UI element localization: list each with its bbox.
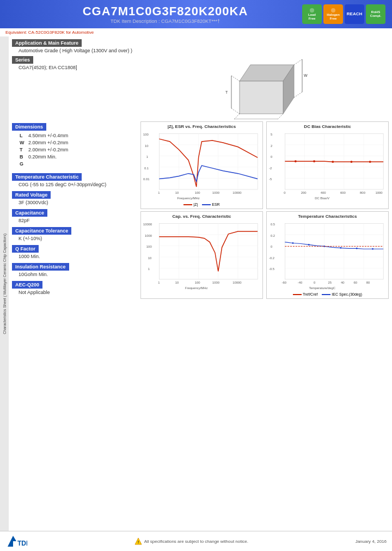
page-wrapper: Characteristics Sheet ( Multilayer Ceram…: [0, 36, 392, 531]
svg-point-49: [332, 161, 334, 163]
svg-text:Frequency/MHz: Frequency/MHz: [177, 197, 199, 200]
dim-label-w: W: [20, 140, 27, 146]
svg-text:!: !: [137, 540, 139, 544]
svg-point-99: [356, 248, 358, 249]
svg-text:Frequency/MHz: Frequency/MHz: [185, 286, 207, 290]
insulation-label: Insulation Resistance: [12, 263, 69, 271]
footer-date: January 4, 2016: [356, 539, 387, 544]
aec-label: AEC-Q200: [12, 281, 42, 289]
rated-voltage-section: Rated Voltage 3F (3000Vdc): [12, 189, 137, 205]
equivalent-line: Equivalent: CA-52C0G3F820K for Automotiv…: [0, 28, 392, 36]
svg-text:1000: 1000: [212, 281, 220, 284]
dim-row-g: G: [20, 161, 70, 167]
svg-text:-0.5: -0.5: [269, 267, 275, 271]
dim-label-b: B: [20, 154, 27, 160]
legend-iec-label: IEC Spec.(30deg): [332, 292, 362, 296]
svg-line-13: [231, 76, 240, 81]
impedance-legend: |Z| ESR: [143, 203, 260, 206]
tdk-logo: TDK: [5, 534, 27, 549]
svg-line-5: [294, 59, 302, 65]
insulation-content: 10Gohm Min.: [19, 272, 137, 277]
footer: TDK ! All specifications are subject to …: [0, 531, 392, 551]
temp-label: Temperature Characteristic: [12, 173, 82, 181]
tdk-logo-svg: TDK: [5, 534, 27, 549]
svg-text:0.01: 0.01: [143, 177, 149, 181]
application-content: Automotive Grade ( High Voltage (1300V a…: [19, 48, 137, 53]
warning-icon: !: [134, 537, 142, 545]
dim-row-w: W 2.00mm +/-0.2mm: [20, 140, 70, 146]
legend-z: |Z|: [183, 203, 198, 206]
dimensions-panel: Dimensions L 4.50mm +/-0.4mm W 2.00mm +/…: [12, 121, 137, 299]
left-spec-panel: Application & Main Feature Automotive Gr…: [12, 38, 137, 119]
insulation-section: Insulation Resistance 10Gohm Min.: [12, 261, 137, 277]
temp-section: Temperature Characteristic C0G (-55 to 1…: [12, 172, 137, 187]
svg-line-10: [278, 114, 283, 119]
q-factor-section: Q Factor 1000 Min.: [12, 243, 137, 259]
svg-text:10000: 10000: [232, 281, 242, 284]
svg-line-9: [234, 114, 240, 119]
cap-freq-title: Cap. vs. Freq. Characteristic: [143, 214, 260, 219]
svg-point-96: [308, 244, 310, 246]
badge-halogen-free: HalogenFree: [323, 4, 343, 24]
svg-text:100: 100: [146, 245, 152, 248]
svg-text:200: 200: [301, 191, 307, 194]
temp-char-chart: Temperature Characteristics: [266, 211, 389, 299]
svg-point-48: [313, 160, 315, 162]
svg-rect-65: [159, 223, 258, 279]
header-badges: LeadFree HalogenFree REACH RoHSCompl.: [302, 4, 385, 24]
application-label: Application & Main Feature: [12, 39, 82, 47]
page: CGA7M1C0G3F820K200KA TDK Item Descriptio…: [0, 0, 392, 551]
svg-text:TDK: TDK: [17, 540, 27, 547]
svg-text:1000: 1000: [145, 234, 152, 237]
dim-label-g: G: [20, 161, 27, 167]
svg-text:100: 100: [195, 281, 201, 284]
aec-section: AEC-Q200 Not Applicable: [12, 279, 137, 295]
svg-text:0.2: 0.2: [271, 234, 275, 237]
cap-freq-chart: Cap. vs. Freq. Characteristic: [140, 211, 263, 299]
dc-bias-svg: 5 2 0 -2 -5 0 200 400 600 800: [269, 130, 386, 201]
svg-text:2: 2: [271, 144, 272, 148]
svg-text:T: T: [225, 90, 228, 94]
q-factor-content: 1000 Min.: [19, 254, 137, 259]
svg-text:-5: -5: [269, 177, 272, 181]
svg-point-95: [292, 242, 294, 244]
svg-text:40: 40: [341, 281, 345, 284]
svg-point-51: [369, 161, 371, 163]
svg-text:60: 60: [353, 281, 357, 284]
svg-text:80: 80: [366, 281, 370, 284]
svg-marker-4: [240, 81, 283, 114]
dim-value-l: 4.50mm +/-0.4mm: [28, 133, 70, 139]
svg-text:25: 25: [328, 281, 332, 284]
dim-value-t: 2.00mm +/-0.2mm: [28, 147, 70, 153]
sidebar-label: Characteristics Sheet ( Multilayer Ceram…: [3, 234, 7, 334]
svg-point-100: [372, 248, 373, 250]
dimensions-label: Dimensions: [12, 123, 46, 131]
dim-row-t: T 2.00mm +/-0.2mm: [20, 147, 70, 153]
svg-text:100: 100: [143, 133, 149, 136]
capacitance-label: Capacitance: [12, 209, 47, 217]
temp-char-svg: 0.5 0.2 0 -0.2 -0.5 -60 -40 0 25 40: [269, 220, 386, 291]
svg-text:10000: 10000: [232, 191, 242, 194]
svg-text:1: 1: [148, 267, 150, 271]
header: CGA7M1C0G3F820K200KA TDK Item Descriptio…: [0, 0, 392, 28]
svg-text:10: 10: [175, 281, 179, 284]
cap-tolerance-content: K (+/-10%): [19, 236, 137, 241]
svg-text:0: 0: [271, 245, 273, 248]
svg-text:600: 600: [340, 191, 346, 194]
dim-label-l: L: [20, 133, 27, 139]
svg-text:0.1: 0.1: [144, 167, 149, 170]
impedance-chart: |Z|, ESR vs. Freq. Characteristics: [140, 121, 263, 209]
charts-row-1: |Z|, ESR vs. Freq. Characteristics: [140, 121, 389, 209]
svg-text:1000: 1000: [212, 191, 220, 194]
svg-text:DC Bias/V: DC Bias/V: [315, 197, 329, 200]
capacitor-image-area: W L T: [139, 38, 389, 119]
svg-line-6: [294, 92, 302, 97]
legend-z-label: |Z|: [193, 203, 198, 206]
svg-text:-40: -40: [298, 281, 303, 284]
svg-text:10: 10: [175, 191, 179, 194]
temp-char-title: Temperature Characteristics: [269, 214, 386, 219]
temp-char-legend: Tref/Cref IEC Spec.(30deg): [269, 292, 386, 296]
svg-text:-60: -60: [281, 281, 286, 284]
left-sidebar: Characteristics Sheet ( Multilayer Ceram…: [0, 36, 9, 531]
charts-row-2: Cap. vs. Freq. Characteristic: [140, 211, 389, 299]
